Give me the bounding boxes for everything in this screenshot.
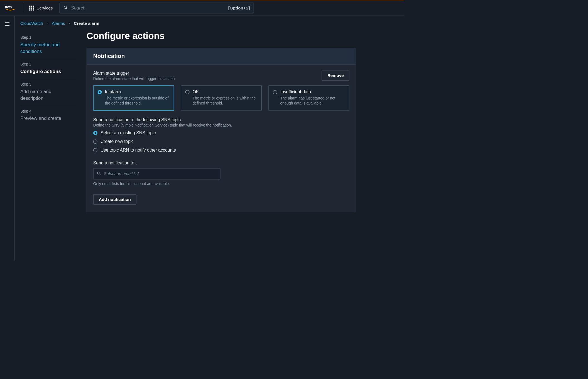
breadcrumb-alarms[interactable]: Alarms (52, 21, 65, 26)
radio-label: Create new topic (101, 139, 134, 144)
notification-panel: Notification Alarm state trigger Define … (87, 48, 356, 212)
search-kbd-hint: [Option+S] (228, 6, 250, 11)
breadcrumb-cloudwatch[interactable]: CloudWatch (20, 21, 43, 26)
radio-icon (98, 90, 102, 94)
remove-button[interactable]: Remove (322, 71, 349, 81)
global-search[interactable]: [Option+S] (60, 3, 254, 13)
panel-header: Notification (87, 48, 356, 65)
svg-text:aws: aws (5, 5, 12, 9)
step-number: Step 3 (20, 82, 76, 87)
panel-heading: Notification (93, 53, 349, 59)
tile-desc: The metric or expression is within the d… (193, 96, 257, 106)
wizard-steps: Step 1 Specify metric and conditions Ste… (20, 30, 76, 212)
step-title: Specify metric and conditions (20, 41, 76, 55)
sns-desc: Define the SNS (Simple Notification Serv… (93, 123, 349, 128)
search-icon (63, 6, 68, 11)
sns-option-create[interactable]: Create new topic (93, 139, 349, 144)
step-number: Step 2 (20, 62, 76, 67)
breadcrumb: CloudWatch Alarms Create alarm (20, 21, 399, 26)
search-icon (97, 171, 101, 176)
trigger-desc: Define the alarm state that will trigger… (93, 77, 176, 81)
svg-point-1 (64, 6, 67, 8)
trigger-option-in-alarm[interactable]: In alarm The metric or expression is out… (93, 85, 174, 111)
step-2: Step 2 Configure actions (20, 59, 76, 79)
services-menu-button[interactable]: Services (27, 6, 55, 11)
tile-desc: The metric or expression is outside of t… (105, 96, 170, 106)
radio-label: Use topic ARN to notify other accounts (101, 147, 176, 153)
trigger-option-insufficient[interactable]: Insufficient data The alarm has just sta… (269, 85, 349, 111)
breadcrumb-current: Create alarm (74, 21, 99, 26)
trigger-option-ok[interactable]: OK The metric or expression is within th… (181, 85, 262, 111)
step-4: Step 4 Preview and create (20, 106, 76, 126)
top-nav: aws Services [Option+S] (0, 0, 404, 16)
add-notification-button[interactable]: Add notification (93, 195, 136, 205)
svg-point-6 (97, 172, 100, 174)
aws-logo[interactable]: aws (5, 4, 16, 11)
step-title: Preview and create (20, 115, 76, 122)
send-to-input[interactable] (104, 171, 217, 176)
left-rail (0, 16, 14, 261)
step-3: Step 3 Add name and description (20, 79, 76, 106)
tile-title: Insufficient data (280, 89, 345, 94)
send-to-select[interactable] (93, 168, 220, 179)
services-label: Services (36, 6, 53, 11)
hamburger-icon[interactable] (4, 21, 10, 261)
radio-icon (273, 90, 277, 94)
chevron-right-icon (46, 21, 49, 26)
tile-desc: The alarm has just started or not enough… (280, 96, 345, 106)
step-number: Step 1 (20, 35, 76, 40)
page-title: Configure actions (87, 31, 399, 41)
svg-line-7 (99, 174, 101, 175)
step-title: Configure actions (20, 68, 76, 75)
radio-label: Select an existing SNS topic (101, 130, 156, 136)
svg-line-2 (66, 8, 67, 9)
nav-divider (24, 4, 24, 12)
radio-icon (185, 90, 190, 94)
tile-title: OK (193, 89, 257, 94)
sns-option-arn[interactable]: Use topic ARN to notify other accounts (93, 147, 349, 153)
radio-icon (93, 139, 97, 144)
step-number: Step 4 (20, 109, 76, 113)
trigger-label: Alarm state trigger (93, 71, 176, 76)
radio-icon (93, 148, 97, 152)
step-title: Add name and description (20, 88, 76, 101)
radio-icon (93, 131, 97, 135)
sns-option-existing[interactable]: Select an existing SNS topic (93, 130, 349, 136)
search-input[interactable] (71, 5, 225, 11)
send-to-hint: Only email lists for this account are av… (93, 182, 349, 186)
tile-title: In alarm (105, 89, 170, 94)
sns-label: Send a notification to the following SNS… (93, 117, 349, 123)
grid-icon (29, 6, 34, 11)
chevron-right-icon (68, 21, 71, 26)
send-to-label: Send a notification to… (93, 160, 349, 166)
step-1[interactable]: Step 1 Specify metric and conditions (20, 32, 76, 59)
